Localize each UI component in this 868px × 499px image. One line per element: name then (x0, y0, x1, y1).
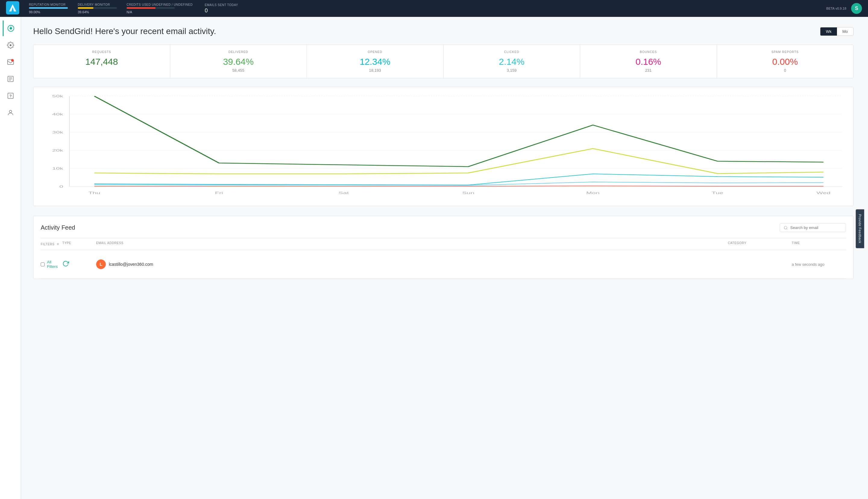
col-label-time: TIME (792, 241, 846, 247)
stat-value-spam: 0.00% (723, 57, 847, 67)
reputation-value: 99.00% (29, 10, 68, 14)
svg-line-35 (787, 228, 787, 229)
sidebar-item-activity[interactable] (3, 21, 19, 36)
reputation-monitor: REPUTATION MONITOR 99.00% (29, 3, 68, 14)
activity-type-cell (62, 260, 93, 268)
stat-sub-opened: 18,193 (313, 68, 437, 73)
page-title: Hello SendGrid! Here's your recent email… (33, 26, 216, 36)
svg-rect-41 (58, 244, 59, 244)
stat-card-delivered: DELIVERED 39.64% 58,455 (170, 45, 307, 78)
stat-label-clicked: CLICKED (450, 50, 574, 54)
top-nav-right: BETA v0.9.18 S (827, 3, 862, 14)
stat-label-spam: SPAM REPORTS (723, 50, 847, 54)
delivery-monitor: DELIVERY MONITOR 39.64% (78, 3, 117, 14)
top-nav: REPUTATION MONITOR 99.00% DELIVERY MONIT… (0, 0, 868, 17)
svg-text:10k: 10k (52, 167, 63, 170)
credits-value: N/A (126, 10, 193, 14)
stat-sub-bounces: 231 (586, 68, 711, 73)
search-input[interactable] (790, 226, 842, 230)
sidebar-item-email[interactable] (3, 54, 19, 70)
stat-card-requests: REQUESTS 147,448 (34, 45, 170, 78)
reputation-label: REPUTATION MONITOR (29, 3, 68, 6)
activity-row: All Filters L lcastillo@joven360.com (41, 250, 846, 279)
emails-today-value: 0 (205, 8, 238, 14)
stat-value-clicked: 2.14% (450, 57, 574, 67)
stat-sub-delivered: 58,455 (176, 68, 301, 73)
svg-rect-43 (58, 244, 58, 245)
email-avatar: L (96, 259, 106, 269)
svg-text:30k: 30k (52, 131, 63, 134)
reputation-bar-wrap (29, 7, 68, 9)
credits-bar-wrap (126, 7, 175, 9)
period-btn-mo[interactable]: Mo (837, 27, 853, 36)
sidebar-item-help[interactable]: ? (3, 88, 19, 104)
svg-text:50k: 50k (52, 94, 63, 98)
svg-text:40k: 40k (52, 112, 63, 116)
filters-header-cell: FILTERS (41, 241, 59, 247)
credits-label: CREDITS USED UNDEFINED / UNDEFINED (126, 3, 193, 6)
stat-value-delivered: 39.64% (176, 57, 301, 67)
svg-text:Sun: Sun (462, 191, 474, 195)
sidebar-item-list[interactable] (3, 71, 19, 87)
stat-label-bounces: BOUNCES (586, 50, 711, 54)
svg-text:Sat: Sat (339, 191, 349, 195)
svg-point-13 (9, 110, 12, 113)
svg-point-3 (10, 27, 12, 29)
filter-checkbox-all[interactable] (41, 262, 45, 267)
period-btn-wk[interactable]: Wk (820, 27, 837, 36)
svg-point-34 (784, 226, 787, 229)
reputation-bar (29, 7, 68, 9)
activity-chart: 0 10k 20k 30k 40k 50k Thu Fri Sat Sun Mo… (38, 93, 848, 202)
filter-label-all: All Filters (47, 260, 59, 269)
filter-grid-icon[interactable] (57, 241, 59, 247)
svg-point-6 (11, 59, 14, 61)
stat-sub-clicked: 3,159 (450, 68, 574, 73)
stat-card-spam: SPAM REPORTS 0.00% 0 (717, 45, 854, 78)
delivery-value: 39.64% (78, 10, 117, 14)
col-label-filters: FILTERS (41, 243, 54, 246)
activity-header: Activity Feed (41, 223, 846, 232)
svg-text:Fri: Fri (215, 191, 223, 195)
activity-section: Activity Feed FILTERS (33, 216, 854, 279)
svg-rect-42 (57, 244, 57, 245)
user-avatar[interactable]: S (851, 3, 862, 14)
stat-value-requests: 147,448 (39, 57, 164, 67)
credits-monitor: CREDITS USED UNDEFINED / UNDEFINED N/A (126, 3, 193, 14)
col-label-type: TYPE (62, 241, 93, 247)
svg-rect-40 (58, 244, 58, 244)
emails-today: EMAILS SENT TODAY 0 (205, 3, 238, 14)
stat-label-opened: OPENED (313, 50, 437, 54)
svg-text:Tue: Tue (712, 191, 723, 195)
activity-title: Activity Feed (41, 224, 75, 231)
svg-point-4 (11, 26, 11, 27)
stat-value-bounces: 0.16% (586, 57, 711, 67)
col-label-email: EMAIL ADDRESS (96, 241, 724, 247)
filters-panel: All Filters (41, 254, 59, 274)
period-toggle: Wk Mo (820, 27, 854, 36)
time-cell: a few seconds ago (792, 262, 846, 267)
svg-rect-0 (6, 1, 19, 14)
feedback-tab[interactable]: Provide Feedback (856, 209, 864, 248)
search-icon (784, 226, 788, 230)
logo[interactable] (6, 1, 19, 16)
svg-text:Mon: Mon (586, 191, 599, 195)
sidebar-item-user[interactable] (3, 105, 19, 121)
refresh-icon (62, 260, 69, 267)
stat-sub-spam: 0 (723, 68, 847, 73)
sidebar-item-settings[interactable] (3, 37, 19, 53)
beta-badge: BETA v0.9.18 (827, 7, 846, 10)
stat-label-delivered: DELIVERED (176, 50, 301, 54)
stat-card-bounces: BOUNCES 0.16% 231 (580, 45, 717, 78)
chart-container: 0 10k 20k 30k 40k 50k Thu Fri Sat Sun Mo… (33, 87, 854, 206)
stat-value-opened: 12.34% (313, 57, 437, 67)
stat-card-opened: OPENED 12.34% 18,193 (307, 45, 444, 78)
delivery-bar-wrap (78, 7, 117, 9)
credits-bar (126, 7, 156, 9)
page-header: Hello SendGrid! Here's your recent email… (33, 26, 854, 36)
delivery-label: DELIVERY MONITOR (78, 3, 117, 6)
sidebar: ? (0, 17, 21, 499)
email-address-cell: L lcastillo@joven360.com (96, 259, 724, 269)
svg-text:Thu: Thu (88, 191, 100, 195)
filter-item-all[interactable]: All Filters (41, 258, 59, 271)
search-box[interactable] (780, 223, 846, 232)
